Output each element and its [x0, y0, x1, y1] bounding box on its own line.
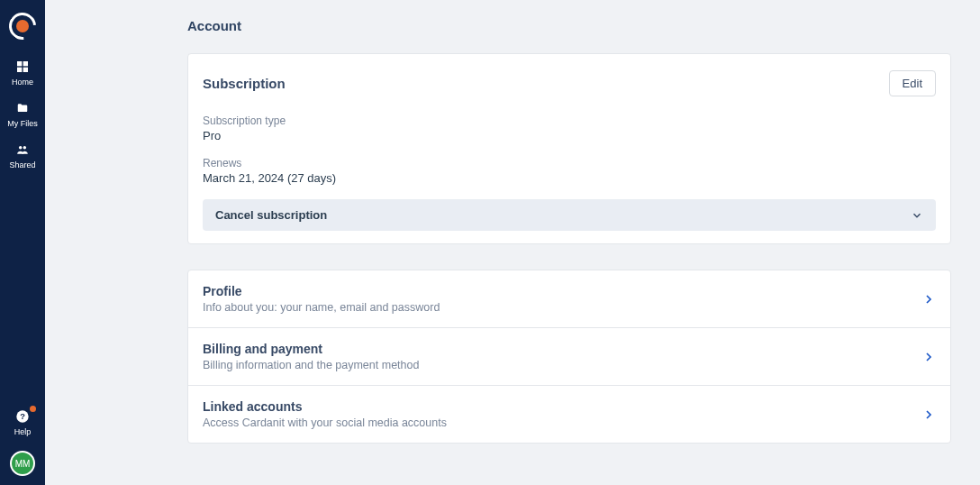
sidebar: Home My Files Shared ? Help MM [0, 0, 45, 485]
svg-point-4 [19, 146, 23, 150]
section-title: Linked accounts [203, 399, 447, 414]
svg-rect-2 [17, 68, 22, 72]
shared-icon [14, 142, 31, 157]
nav-home[interactable]: Home [0, 52, 45, 94]
section-billing[interactable]: Billing and payment Billing information … [188, 327, 950, 385]
chevron-right-icon [921, 350, 936, 364]
nav-help[interactable]: ? Help [0, 402, 45, 444]
user-avatar[interactable]: MM [10, 451, 35, 476]
svg-rect-0 [17, 61, 22, 66]
svg-rect-1 [23, 61, 28, 66]
section-linked[interactable]: Linked accounts Access Cardanit with you… [188, 385, 950, 443]
cancel-subscription-button[interactable]: Cancel subscription [203, 199, 936, 231]
edit-button[interactable]: Edit [889, 70, 936, 96]
subscription-type-value: Pro [203, 129, 936, 142]
subscription-renews-label: Renews [203, 157, 936, 169]
subscription-type-label: Subscription type [203, 114, 936, 127]
nav-label: My Files [7, 119, 38, 128]
nav-label: Home [12, 78, 33, 87]
avatar-wrap: MM [10, 451, 35, 476]
notification-dot [30, 406, 36, 412]
section-title: Profile [203, 284, 440, 298]
home-icon [14, 59, 31, 74]
subscription-renews-value: March 21, 2024 (27 days) [203, 171, 936, 185]
svg-rect-3 [23, 68, 28, 72]
app-logo[interactable] [9, 13, 36, 40]
help-icon: ? [14, 409, 31, 424]
section-desc: Access Cardanit with your social media a… [203, 416, 447, 429]
svg-text:?: ? [20, 412, 25, 421]
svg-point-5 [23, 146, 27, 150]
subscription-heading: Subscription [203, 76, 286, 91]
chevron-right-icon [921, 407, 936, 422]
folder-icon [14, 101, 31, 115]
section-title: Billing and payment [203, 342, 419, 356]
chevron-down-icon [911, 209, 923, 222]
nav-myfiles[interactable]: My Files [0, 94, 45, 135]
page-title: Account [187, 18, 951, 33]
chevron-right-icon [921, 292, 936, 307]
subscription-card: Subscription Edit Subscription type Pro … [187, 53, 951, 244]
cancel-subscription-label: Cancel subscription [215, 208, 327, 222]
section-profile[interactable]: Profile Info about you: your name, email… [188, 270, 950, 327]
main-content: Account Subscription Edit Subscription t… [45, 0, 980, 485]
account-sections: Profile Info about you: your name, email… [187, 270, 951, 444]
nav-label: Shared [9, 160, 35, 169]
nav-items: Home My Files Shared [0, 52, 45, 177]
nav-shared[interactable]: Shared [0, 135, 45, 177]
section-desc: Info about you: your name, email and pas… [203, 301, 440, 314]
section-desc: Billing information and the payment meth… [203, 359, 419, 371]
nav-label: Help [14, 427, 32, 436]
